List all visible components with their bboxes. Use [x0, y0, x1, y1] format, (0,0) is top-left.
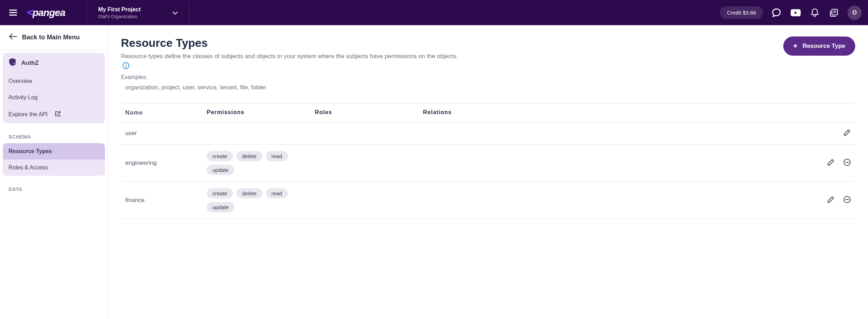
col-name-header: Name — [125, 109, 207, 116]
col-permissions-header: Permissions — [207, 109, 315, 116]
sidebar-item-authz[interactable]: AuthZ — [3, 53, 105, 73]
sidebar-heading-schema: SCHEMA — [3, 128, 105, 143]
svg-point-6 — [126, 64, 126, 65]
top-header: < pangea My First Project Olaf's Organiz… — [0, 0, 868, 25]
resource-types-table: Name Permissions Roles Relations usereng… — [121, 103, 855, 219]
row-name: engineering — [125, 160, 207, 167]
remove-icon[interactable] — [843, 158, 851, 168]
svg-rect-7 — [126, 65, 126, 67]
examples-list: organization, project, user, service, te… — [121, 84, 465, 91]
permission-pill: read — [266, 188, 288, 198]
arrow-left-icon — [9, 34, 17, 41]
row-permissions: createdeletereadupdate — [207, 151, 315, 175]
table-row: engineeringcreatedeletereadupdate — [121, 145, 855, 182]
back-to-main[interactable]: Back to Main Menu — [0, 25, 108, 50]
bell-icon[interactable] — [809, 7, 820, 18]
row-name: finance — [125, 197, 207, 204]
external-link-icon — [55, 111, 61, 118]
info-icon[interactable] — [122, 62, 129, 69]
permission-pill: delete — [237, 188, 262, 198]
table-row: financecreatedeletereadupdate — [121, 182, 855, 219]
col-roles-header: Roles — [315, 109, 423, 116]
permission-pill: create — [207, 151, 233, 161]
table-header: Name Permissions Roles Relations — [121, 103, 855, 122]
youtube-icon[interactable] — [790, 7, 801, 18]
main-content: Resource Types Resource types define the… — [108, 25, 868, 319]
sidebar-item-overview[interactable]: Overview — [3, 73, 105, 89]
permission-pill: update — [207, 202, 234, 212]
sidebar-item-explore-api[interactable]: Explore the API — [3, 106, 105, 123]
permission-pill: delete — [237, 151, 262, 161]
remove-icon[interactable] — [843, 196, 851, 205]
sidebar-item-roles-access[interactable]: Roles & Access — [3, 160, 105, 176]
examples-label: Examples: — [121, 74, 465, 80]
edit-icon[interactable] — [843, 129, 851, 138]
permission-pill: create — [207, 188, 233, 198]
col-relations-header: Relations — [423, 109, 819, 116]
header-right: Credit $3.86 O — [720, 6, 862, 20]
org-name: Olaf's Organization — [98, 14, 141, 19]
sidebar: Back to Main Menu AuthZ Overview Activit… — [0, 25, 108, 319]
plus-icon: + — [793, 42, 798, 50]
permission-pill: update — [207, 165, 234, 175]
library-icon[interactable] — [828, 7, 840, 18]
row-actions — [819, 158, 851, 168]
hamburger-menu[interactable] — [6, 7, 20, 18]
credit-badge[interactable]: Credit $3.86 — [720, 6, 763, 19]
logo-text: pangea — [33, 7, 65, 18]
shield-icon — [9, 58, 16, 68]
avatar[interactable]: O — [847, 6, 862, 20]
sidebar-service-label: AuthZ — [21, 60, 39, 67]
row-permissions: createdeletereadupdate — [207, 188, 315, 212]
project-selector[interactable]: My First Project Olaf's Organization — [87, 1, 189, 24]
button-label: Resource Type — [802, 43, 845, 50]
sidebar-item-resource-types[interactable]: Resource Types — [3, 143, 105, 160]
table-row: user — [121, 122, 855, 145]
page-subtitle: Resource types define the classes of sub… — [121, 52, 465, 70]
project-name: My First Project — [98, 6, 141, 13]
chat-icon[interactable] — [771, 7, 782, 18]
sidebar-item-activity-log[interactable]: Activity Log — [3, 89, 105, 106]
project-info: My First Project Olaf's Organization — [98, 6, 141, 19]
row-name: user — [125, 130, 207, 137]
back-label: Back to Main Menu — [22, 34, 80, 41]
add-resource-type-button[interactable]: + Resource Type — [783, 37, 855, 56]
edit-icon[interactable] — [827, 196, 835, 205]
row-actions — [819, 196, 851, 205]
page-title: Resource Types — [121, 37, 465, 50]
logo[interactable]: < pangea — [27, 6, 65, 19]
edit-icon[interactable] — [827, 158, 835, 168]
row-actions — [819, 129, 851, 138]
permission-pill: read — [266, 151, 288, 161]
chevron-down-icon — [173, 10, 178, 16]
sidebar-heading-data: DATA — [3, 180, 105, 196]
